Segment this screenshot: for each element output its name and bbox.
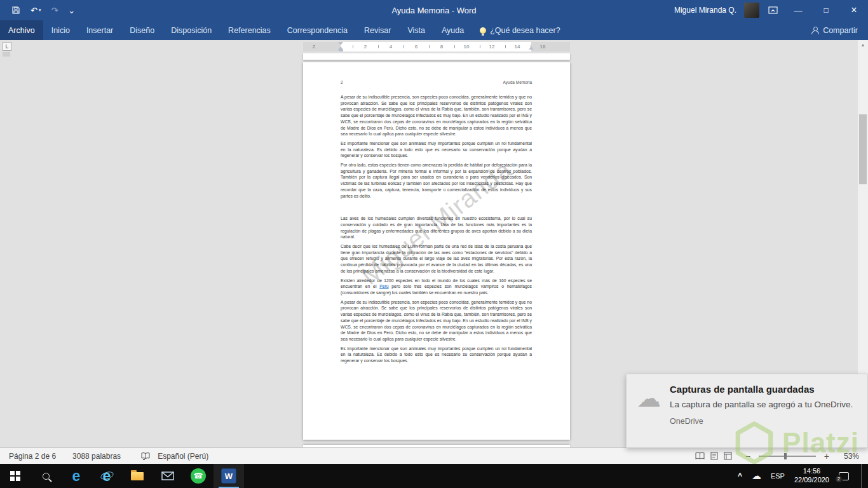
taskbar-internet-explorer-button[interactable]: e bbox=[92, 464, 122, 488]
ruler-number: 4 bbox=[389, 44, 393, 50]
zoom-slider-thumb[interactable] bbox=[784, 453, 787, 459]
page-indicator[interactable]: Página 2 de 6 bbox=[9, 452, 56, 461]
paragraph: Cabe decir que los humedales de Lurín fo… bbox=[341, 243, 532, 274]
customize-qat-button[interactable]: ⌄ bbox=[68, 6, 75, 15]
tray-date: 22/09/2020 bbox=[794, 476, 829, 485]
zoom-level[interactable]: 53% bbox=[837, 452, 859, 461]
left-indent-marker[interactable] bbox=[339, 50, 343, 51]
windows-logo-icon bbox=[10, 471, 20, 481]
tab-referencias[interactable]: Referencias bbox=[220, 20, 279, 40]
show-desktop-strip[interactable] bbox=[861, 464, 864, 488]
document-page[interactable]: Miguel Miranda 2 Ayuda Memoria A pesar d… bbox=[303, 62, 570, 440]
taskbar-search-button[interactable] bbox=[31, 464, 61, 488]
phone-icon: ☎ bbox=[194, 471, 203, 480]
ruler-right-margin bbox=[531, 42, 570, 51]
tray-time: 14:56 bbox=[794, 467, 829, 476]
account-name[interactable]: Miguel Miranda Q. bbox=[674, 6, 736, 15]
word-icon: W bbox=[221, 468, 236, 484]
taskbar-mail-button[interactable] bbox=[153, 464, 183, 488]
tell-me-label: ¿Qué desea hacer? bbox=[490, 26, 560, 35]
read-mode-icon[interactable] bbox=[695, 452, 705, 460]
scrollbar-thumb[interactable] bbox=[859, 114, 867, 184]
tab-ayuda[interactable]: Ayuda bbox=[433, 20, 472, 40]
tab-insertar[interactable]: Insertar bbox=[78, 20, 121, 40]
taskbar-file-explorer-button[interactable] bbox=[122, 464, 153, 488]
ruler-number: 2 bbox=[363, 44, 367, 50]
taskbar-edge-button[interactable]: e bbox=[61, 464, 92, 488]
previous-page-edge bbox=[303, 53, 570, 60]
tab-correspondencia[interactable]: Correspondencia bbox=[279, 20, 356, 40]
undo-dropdown-icon: ▾ bbox=[39, 8, 41, 13]
taskbar-word-button[interactable]: W bbox=[214, 464, 244, 488]
right-indent-marker[interactable] bbox=[529, 46, 534, 50]
title-bar: ↶▾ ↷ ⌄ Ayuda Memoria - Word Miguel Miran… bbox=[0, 0, 868, 20]
start-button[interactable] bbox=[0, 464, 31, 488]
first-line-indent-marker[interactable] bbox=[338, 42, 343, 45]
tray-chevron-icon[interactable]: ^ bbox=[738, 471, 742, 480]
ruler-left-margin bbox=[303, 42, 341, 51]
page-header: 2 Ayuda Memoria bbox=[341, 80, 532, 85]
paragraph: A pesar de su indiscutible presencia, so… bbox=[341, 299, 532, 342]
maximize-button[interactable]: □ bbox=[812, 0, 840, 20]
language-indicator[interactable]: Español (Perú) bbox=[158, 452, 208, 461]
peru-hyperlink[interactable]: Perú bbox=[379, 284, 388, 288]
horizontal-ruler: 2 2 4 6 8 10 12 14 16 bbox=[303, 42, 570, 51]
web-layout-icon[interactable] bbox=[724, 452, 732, 460]
ruler-number: 6 bbox=[414, 44, 418, 50]
quick-access-toolbar: ↶▾ ↷ ⌄ bbox=[11, 6, 75, 15]
whatsapp-icon: ☎ bbox=[191, 468, 206, 484]
edge-icon: e bbox=[72, 469, 81, 484]
onedrive-cloud-icon: ☁ bbox=[637, 386, 661, 438]
proofing-errors-icon[interactable] bbox=[141, 452, 150, 460]
paragraph: Las aves de los humedales cumplen divers… bbox=[341, 215, 532, 240]
zoom-slider[interactable] bbox=[759, 456, 816, 457]
paragraph: Es importante mencionar que son animales… bbox=[341, 140, 532, 159]
paragraph: Por otro lado, estas especies tienen com… bbox=[341, 162, 532, 199]
ruler-number: 2 bbox=[312, 44, 316, 50]
zoom-out-button[interactable]: − bbox=[745, 451, 750, 461]
tab-vista[interactable]: Vista bbox=[399, 20, 433, 40]
vertical-ruler-stub bbox=[3, 52, 10, 57]
tray-onedrive-icon[interactable]: ☁ bbox=[752, 470, 761, 482]
word-count[interactable]: 3088 palabras bbox=[72, 452, 121, 461]
tab-revisar[interactable]: Revisar bbox=[356, 20, 399, 40]
share-button[interactable]: Compartir bbox=[811, 26, 858, 35]
tab-disposicion[interactable]: Disposición bbox=[163, 20, 220, 40]
tab-archivo[interactable]: Archivo bbox=[0, 20, 43, 40]
zoom-in-button[interactable]: + bbox=[824, 451, 829, 461]
notification-app: OneDrive bbox=[670, 417, 854, 426]
tab-diseno[interactable]: Diseño bbox=[121, 20, 163, 40]
ruler-ticks bbox=[341, 45, 531, 48]
save-icon[interactable] bbox=[11, 6, 20, 15]
folder-icon bbox=[131, 472, 144, 480]
tray-language[interactable]: ESP bbox=[771, 472, 785, 480]
account-avatar[interactable] bbox=[744, 3, 759, 18]
person-icon bbox=[811, 27, 818, 34]
action-center-icon[interactable]: 2 bbox=[839, 472, 849, 480]
ruler-number: 8 bbox=[440, 44, 444, 50]
print-layout-icon[interactable] bbox=[710, 452, 718, 460]
ribbon-display-options-button[interactable] bbox=[768, 6, 778, 15]
ruler-number: 16 bbox=[539, 44, 546, 50]
qat-dropdown-icon: ⌄ bbox=[68, 6, 75, 15]
scroll-up-icon[interactable]: ▲ bbox=[858, 40, 868, 50]
tab-stop-selector[interactable]: L bbox=[3, 42, 11, 51]
tab-inicio[interactable]: Inicio bbox=[43, 20, 78, 40]
window-title: Ayuda Memoria - Word bbox=[391, 6, 476, 15]
search-icon bbox=[43, 473, 50, 480]
paragraph-with-link: Existen alrededor de 1200 especies en to… bbox=[341, 278, 532, 296]
redo-button[interactable]: ↷ bbox=[51, 6, 58, 15]
close-button[interactable]: × bbox=[840, 0, 868, 20]
tray-clock[interactable]: 14:56 22/09/2020 bbox=[794, 467, 829, 485]
paragraph: Es importante mencionar que son animales… bbox=[341, 346, 532, 364]
share-label: Compartir bbox=[823, 26, 858, 35]
minimize-button[interactable]: — bbox=[784, 0, 812, 20]
mail-icon bbox=[161, 471, 174, 480]
ruler-number: 10 bbox=[463, 44, 470, 50]
notification-body: La captura de pantalla se agregó a tu On… bbox=[670, 398, 854, 411]
tell-me-box[interactable]: ¿Qué desea hacer? bbox=[472, 26, 568, 35]
taskbar-whatsapp-button[interactable]: ☎ bbox=[183, 464, 214, 488]
ruler-number: 12 bbox=[489, 44, 496, 50]
onedrive-notification[interactable]: ☁ Capturas de pantalla guardadas La capt… bbox=[626, 374, 868, 448]
undo-button[interactable]: ↶▾ bbox=[31, 6, 41, 15]
